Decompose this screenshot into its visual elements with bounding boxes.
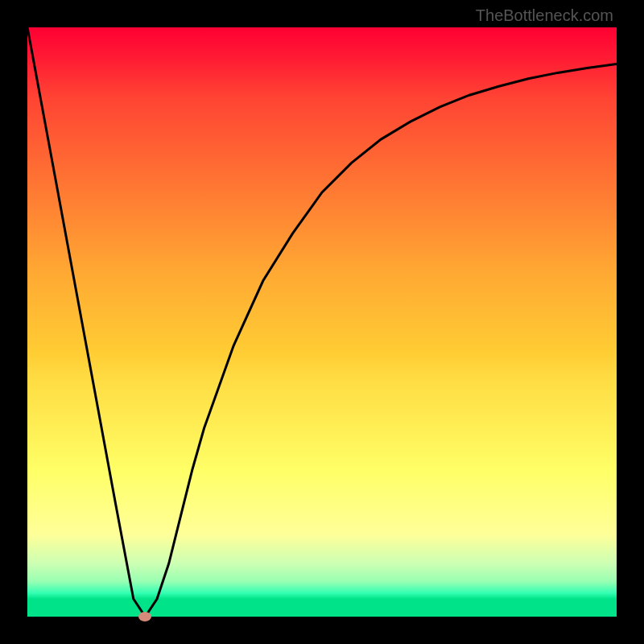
optimal-point-marker — [138, 612, 151, 621]
plot-area — [27, 27, 617, 617]
watermark-text: TheBottleneck.com — [476, 6, 613, 25]
chart-container: TheBottleneck.com — [0, 0, 644, 644]
bottleneck-curve — [27, 27, 617, 617]
